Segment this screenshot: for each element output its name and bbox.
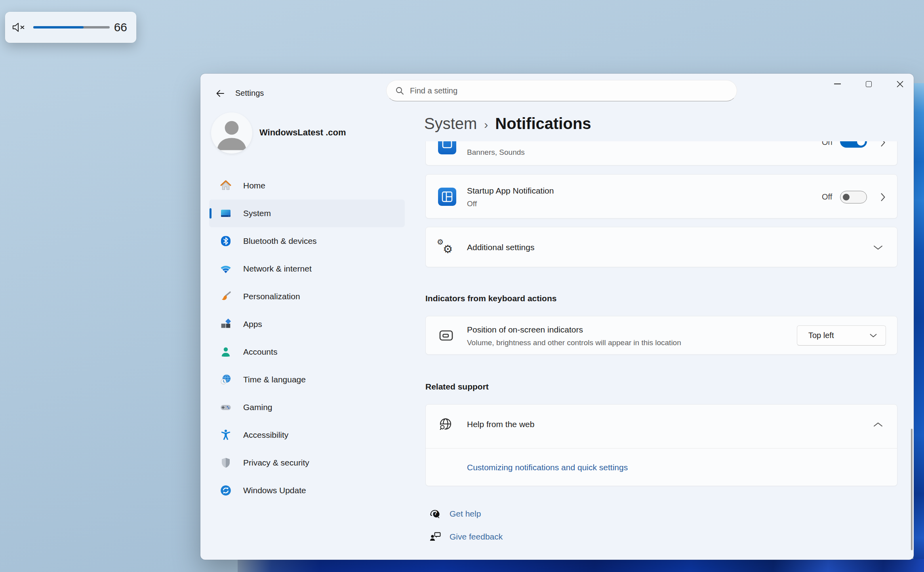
position-dropdown[interactable]: Top left xyxy=(797,325,886,346)
wallpaper-bloom-bottom xyxy=(238,559,924,572)
get-help-label: Get help xyxy=(450,509,481,519)
sidebar-item-label: Apps xyxy=(243,319,262,329)
search-input[interactable]: Find a setting xyxy=(386,80,737,101)
chevron-right-icon[interactable] xyxy=(880,193,886,201)
breadcrumb: System › Notifications xyxy=(424,115,591,133)
question-mark: ? xyxy=(434,509,437,516)
gaming-icon xyxy=(219,401,232,414)
sidebar-item-accounts[interactable]: Accounts xyxy=(209,338,405,366)
scrollbar-thumb[interactable] xyxy=(911,429,913,550)
sidebar-item-label: Privacy & security xyxy=(243,458,309,467)
sidebar-item-time-language[interactable]: Time & language xyxy=(209,366,405,393)
maximize-button[interactable] xyxy=(856,74,882,94)
sidebar-item-privacy[interactable]: Privacy & security xyxy=(209,449,405,477)
volume-slider[interactable] xyxy=(33,26,110,29)
volume-slider-fill xyxy=(33,26,84,29)
chevron-down-icon[interactable] xyxy=(873,245,883,250)
row-subtitle: Volume, brightness and other controls wi… xyxy=(467,338,681,347)
close-button[interactable] xyxy=(887,74,913,94)
time-language-icon xyxy=(219,373,232,386)
sidebar-item-label: Personalization xyxy=(243,292,300,301)
notifications-master-row[interactable]: Banners, Sounds On xyxy=(425,141,897,165)
settings-window: Settings Find a setting WindowsLatest .c xyxy=(200,74,914,560)
sidebar-item-personalization[interactable]: Personalization xyxy=(209,283,405,310)
row-subtitle: Off xyxy=(467,200,477,208)
additional-settings-row[interactable]: ⚙ ⚙ Additional settings xyxy=(425,227,897,267)
startup-app-notification-row[interactable]: Startup App Notification Off Off xyxy=(425,174,897,219)
sidebar-item-accessibility[interactable]: Accessibility xyxy=(209,421,405,449)
row-title: Additional settings xyxy=(467,243,534,252)
breadcrumb-separator: › xyxy=(484,116,488,131)
sidebar-item-label: Gaming xyxy=(243,403,272,412)
get-help-icon: ? xyxy=(429,507,442,520)
volume-muted-icon[interactable] xyxy=(12,21,25,33)
section-header-related-support: Related support xyxy=(425,382,489,391)
notifications-toggle[interactable] xyxy=(840,141,867,148)
window-controls xyxy=(825,74,913,94)
close-icon xyxy=(897,81,903,87)
gears-icon: ⚙ ⚙ xyxy=(437,238,457,257)
sidebar-item-label: Accounts xyxy=(243,347,277,357)
toggle-knob xyxy=(843,194,850,201)
sidebar-item-bluetooth[interactable]: Bluetooth & devices xyxy=(209,227,405,255)
row-title: Position of on-screen indicators xyxy=(467,325,583,334)
minimize-icon xyxy=(834,84,841,84)
sidebar: Home System Bluetooth & devices Network … xyxy=(209,172,405,504)
network-icon xyxy=(219,262,232,275)
back-button[interactable] xyxy=(212,86,228,101)
section-header-indicators: Indicators from keyboard actions xyxy=(425,294,556,303)
volume-value: 66 xyxy=(114,21,127,34)
give-feedback-link[interactable]: Give feedback xyxy=(429,530,503,543)
sidebar-item-network[interactable]: Network & internet xyxy=(209,255,405,283)
toggle-state-label: On xyxy=(822,141,833,147)
give-feedback-label: Give feedback xyxy=(450,532,503,542)
gear-large-icon: ⚙ xyxy=(443,243,453,256)
globe-search-icon xyxy=(437,416,454,433)
window-title: Settings xyxy=(235,89,264,98)
volume-osd: 66 xyxy=(5,12,136,43)
chevron-down-icon xyxy=(870,334,877,338)
home-icon xyxy=(219,179,232,192)
sidebar-item-label: Bluetooth & devices xyxy=(243,236,317,246)
breadcrumb-system[interactable]: System xyxy=(424,115,477,133)
accounts-icon xyxy=(219,346,232,358)
windows-update-icon xyxy=(219,484,232,497)
give-feedback-icon xyxy=(429,530,442,543)
person-icon xyxy=(211,112,252,154)
sidebar-item-label: Accessibility xyxy=(243,430,288,440)
dropdown-value: Top left xyxy=(808,331,834,340)
system-icon xyxy=(219,207,232,220)
profile-name: WindowsLatest .com xyxy=(259,127,346,138)
sidebar-item-label: Time & language xyxy=(243,375,306,384)
divider xyxy=(426,448,897,448)
minimize-button[interactable] xyxy=(825,74,850,94)
wallpaper-bloom-right xyxy=(913,83,924,572)
search-placeholder: Find a setting xyxy=(410,86,457,95)
notifications-icon xyxy=(438,141,456,154)
apps-icon xyxy=(219,318,232,331)
chevron-up-icon[interactable] xyxy=(873,422,883,427)
get-help-link[interactable]: ? Get help xyxy=(429,507,481,520)
bluetooth-icon xyxy=(219,235,232,247)
sidebar-item-system[interactable]: System xyxy=(209,200,405,227)
row-title[interactable]: Help from the web xyxy=(467,420,534,429)
startup-toggle[interactable] xyxy=(840,191,867,203)
position-indicators-row: Position of on-screen indicators Volume,… xyxy=(425,316,897,355)
maximize-icon xyxy=(866,81,872,87)
row-title: Startup App Notification xyxy=(467,186,554,196)
sidebar-item-gaming[interactable]: Gaming xyxy=(209,393,405,421)
startup-app-icon xyxy=(438,188,456,206)
sidebar-item-home[interactable]: Home xyxy=(209,172,405,200)
sidebar-item-windows-update[interactable]: Windows Update xyxy=(209,477,405,504)
customizing-notifications-link[interactable]: Customizing notifications and quick sett… xyxy=(467,463,628,472)
toggle-knob xyxy=(857,141,865,146)
sidebar-item-apps[interactable]: Apps xyxy=(209,310,405,338)
sidebar-item-label: Home xyxy=(243,181,265,190)
page-title: Notifications xyxy=(495,115,591,133)
on-screen-indicator-icon xyxy=(437,326,456,345)
sidebar-item-label: Windows Update xyxy=(243,486,306,495)
accessibility-icon xyxy=(219,429,232,441)
chevron-right-icon[interactable] xyxy=(880,141,886,147)
back-arrow-icon xyxy=(215,89,225,98)
avatar[interactable] xyxy=(211,112,252,154)
